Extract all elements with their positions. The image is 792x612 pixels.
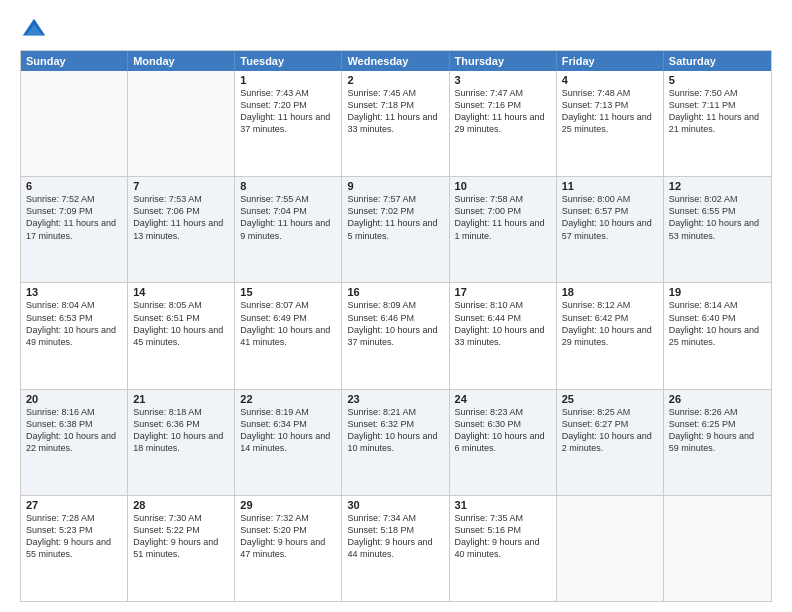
day-number: 14 xyxy=(133,286,229,298)
day-number: 2 xyxy=(347,74,443,86)
day-info: Sunrise: 7:45 AM Sunset: 7:18 PM Dayligh… xyxy=(347,87,443,136)
day-info: Sunrise: 7:47 AM Sunset: 7:16 PM Dayligh… xyxy=(455,87,551,136)
header-cell-saturday: Saturday xyxy=(664,51,771,71)
calendar-cell: 21Sunrise: 8:18 AM Sunset: 6:36 PM Dayli… xyxy=(128,390,235,495)
day-number: 11 xyxy=(562,180,658,192)
day-info: Sunrise: 8:04 AM Sunset: 6:53 PM Dayligh… xyxy=(26,299,122,348)
calendar-cell: 18Sunrise: 8:12 AM Sunset: 6:42 PM Dayli… xyxy=(557,283,664,388)
calendar-cell: 30Sunrise: 7:34 AM Sunset: 5:18 PM Dayli… xyxy=(342,496,449,601)
day-number: 20 xyxy=(26,393,122,405)
calendar-cell: 29Sunrise: 7:32 AM Sunset: 5:20 PM Dayli… xyxy=(235,496,342,601)
day-info: Sunrise: 7:43 AM Sunset: 7:20 PM Dayligh… xyxy=(240,87,336,136)
day-info: Sunrise: 7:32 AM Sunset: 5:20 PM Dayligh… xyxy=(240,512,336,561)
calendar-row: 1Sunrise: 7:43 AM Sunset: 7:20 PM Daylig… xyxy=(21,71,771,176)
calendar-cell: 15Sunrise: 8:07 AM Sunset: 6:49 PM Dayli… xyxy=(235,283,342,388)
day-info: Sunrise: 8:12 AM Sunset: 6:42 PM Dayligh… xyxy=(562,299,658,348)
calendar-cell: 20Sunrise: 8:16 AM Sunset: 6:38 PM Dayli… xyxy=(21,390,128,495)
day-number: 29 xyxy=(240,499,336,511)
day-info: Sunrise: 8:07 AM Sunset: 6:49 PM Dayligh… xyxy=(240,299,336,348)
header-cell-sunday: Sunday xyxy=(21,51,128,71)
calendar-cell: 27Sunrise: 7:28 AM Sunset: 5:23 PM Dayli… xyxy=(21,496,128,601)
day-number: 4 xyxy=(562,74,658,86)
day-info: Sunrise: 8:21 AM Sunset: 6:32 PM Dayligh… xyxy=(347,406,443,455)
day-info: Sunrise: 8:19 AM Sunset: 6:34 PM Dayligh… xyxy=(240,406,336,455)
header-cell-tuesday: Tuesday xyxy=(235,51,342,71)
calendar-cell xyxy=(664,496,771,601)
day-info: Sunrise: 7:30 AM Sunset: 5:22 PM Dayligh… xyxy=(133,512,229,561)
day-info: Sunrise: 8:09 AM Sunset: 6:46 PM Dayligh… xyxy=(347,299,443,348)
day-number: 3 xyxy=(455,74,551,86)
day-number: 6 xyxy=(26,180,122,192)
calendar-cell: 19Sunrise: 8:14 AM Sunset: 6:40 PM Dayli… xyxy=(664,283,771,388)
day-number: 30 xyxy=(347,499,443,511)
day-info: Sunrise: 8:10 AM Sunset: 6:44 PM Dayligh… xyxy=(455,299,551,348)
calendar-cell: 13Sunrise: 8:04 AM Sunset: 6:53 PM Dayli… xyxy=(21,283,128,388)
day-number: 26 xyxy=(669,393,766,405)
day-info: Sunrise: 7:58 AM Sunset: 7:00 PM Dayligh… xyxy=(455,193,551,242)
calendar-cell xyxy=(128,71,235,176)
calendar-cell: 26Sunrise: 8:26 AM Sunset: 6:25 PM Dayli… xyxy=(664,390,771,495)
calendar-cell: 10Sunrise: 7:58 AM Sunset: 7:00 PM Dayli… xyxy=(450,177,557,282)
calendar-cell xyxy=(557,496,664,601)
calendar-cell: 9Sunrise: 7:57 AM Sunset: 7:02 PM Daylig… xyxy=(342,177,449,282)
day-number: 1 xyxy=(240,74,336,86)
day-info: Sunrise: 7:28 AM Sunset: 5:23 PM Dayligh… xyxy=(26,512,122,561)
calendar-cell: 24Sunrise: 8:23 AM Sunset: 6:30 PM Dayli… xyxy=(450,390,557,495)
header-cell-friday: Friday xyxy=(557,51,664,71)
day-number: 25 xyxy=(562,393,658,405)
calendar-row: 20Sunrise: 8:16 AM Sunset: 6:38 PM Dayli… xyxy=(21,389,771,495)
calendar-cell: 25Sunrise: 8:25 AM Sunset: 6:27 PM Dayli… xyxy=(557,390,664,495)
header-cell-wednesday: Wednesday xyxy=(342,51,449,71)
logo xyxy=(20,16,52,44)
day-number: 27 xyxy=(26,499,122,511)
calendar-cell: 14Sunrise: 8:05 AM Sunset: 6:51 PM Dayli… xyxy=(128,283,235,388)
day-info: Sunrise: 8:26 AM Sunset: 6:25 PM Dayligh… xyxy=(669,406,766,455)
header-cell-thursday: Thursday xyxy=(450,51,557,71)
day-number: 8 xyxy=(240,180,336,192)
day-info: Sunrise: 8:05 AM Sunset: 6:51 PM Dayligh… xyxy=(133,299,229,348)
calendar-cell: 3Sunrise: 7:47 AM Sunset: 7:16 PM Daylig… xyxy=(450,71,557,176)
day-number: 10 xyxy=(455,180,551,192)
day-info: Sunrise: 7:50 AM Sunset: 7:11 PM Dayligh… xyxy=(669,87,766,136)
day-number: 7 xyxy=(133,180,229,192)
header xyxy=(20,16,772,44)
page: SundayMondayTuesdayWednesdayThursdayFrid… xyxy=(0,0,792,612)
logo-icon xyxy=(20,16,48,44)
day-number: 17 xyxy=(455,286,551,298)
day-info: Sunrise: 7:35 AM Sunset: 5:16 PM Dayligh… xyxy=(455,512,551,561)
day-number: 12 xyxy=(669,180,766,192)
day-info: Sunrise: 8:14 AM Sunset: 6:40 PM Dayligh… xyxy=(669,299,766,348)
header-cell-monday: Monday xyxy=(128,51,235,71)
day-info: Sunrise: 8:25 AM Sunset: 6:27 PM Dayligh… xyxy=(562,406,658,455)
calendar-cell: 5Sunrise: 7:50 AM Sunset: 7:11 PM Daylig… xyxy=(664,71,771,176)
day-number: 21 xyxy=(133,393,229,405)
day-number: 9 xyxy=(347,180,443,192)
calendar-cell: 23Sunrise: 8:21 AM Sunset: 6:32 PM Dayli… xyxy=(342,390,449,495)
day-number: 5 xyxy=(669,74,766,86)
day-number: 18 xyxy=(562,286,658,298)
calendar-cell: 22Sunrise: 8:19 AM Sunset: 6:34 PM Dayli… xyxy=(235,390,342,495)
calendar-cell: 1Sunrise: 7:43 AM Sunset: 7:20 PM Daylig… xyxy=(235,71,342,176)
day-number: 23 xyxy=(347,393,443,405)
calendar-cell: 17Sunrise: 8:10 AM Sunset: 6:44 PM Dayli… xyxy=(450,283,557,388)
day-number: 13 xyxy=(26,286,122,298)
calendar-cell: 2Sunrise: 7:45 AM Sunset: 7:18 PM Daylig… xyxy=(342,71,449,176)
calendar-row: 27Sunrise: 7:28 AM Sunset: 5:23 PM Dayli… xyxy=(21,495,771,601)
calendar-cell: 6Sunrise: 7:52 AM Sunset: 7:09 PM Daylig… xyxy=(21,177,128,282)
calendar-cell: 8Sunrise: 7:55 AM Sunset: 7:04 PM Daylig… xyxy=(235,177,342,282)
day-info: Sunrise: 7:48 AM Sunset: 7:13 PM Dayligh… xyxy=(562,87,658,136)
day-number: 31 xyxy=(455,499,551,511)
calendar-row: 6Sunrise: 7:52 AM Sunset: 7:09 PM Daylig… xyxy=(21,176,771,282)
day-info: Sunrise: 7:55 AM Sunset: 7:04 PM Dayligh… xyxy=(240,193,336,242)
calendar-cell: 31Sunrise: 7:35 AM Sunset: 5:16 PM Dayli… xyxy=(450,496,557,601)
calendar: SundayMondayTuesdayWednesdayThursdayFrid… xyxy=(20,50,772,602)
day-number: 28 xyxy=(133,499,229,511)
day-number: 24 xyxy=(455,393,551,405)
day-info: Sunrise: 8:02 AM Sunset: 6:55 PM Dayligh… xyxy=(669,193,766,242)
day-info: Sunrise: 8:18 AM Sunset: 6:36 PM Dayligh… xyxy=(133,406,229,455)
day-info: Sunrise: 8:00 AM Sunset: 6:57 PM Dayligh… xyxy=(562,193,658,242)
day-info: Sunrise: 8:16 AM Sunset: 6:38 PM Dayligh… xyxy=(26,406,122,455)
calendar-cell: 11Sunrise: 8:00 AM Sunset: 6:57 PM Dayli… xyxy=(557,177,664,282)
day-number: 22 xyxy=(240,393,336,405)
calendar-cell: 12Sunrise: 8:02 AM Sunset: 6:55 PM Dayli… xyxy=(664,177,771,282)
